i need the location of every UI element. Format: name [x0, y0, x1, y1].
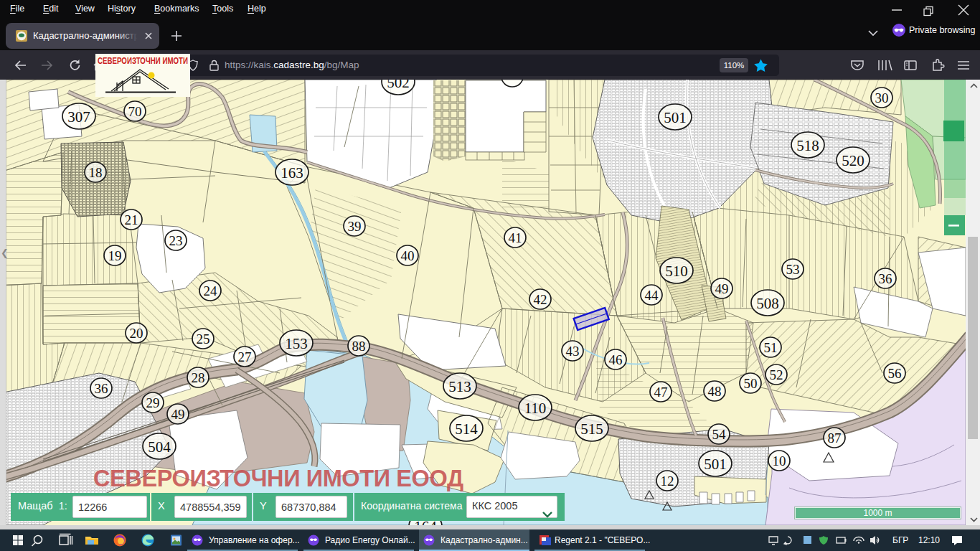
- svg-text:501: 501: [664, 109, 687, 126]
- svg-text:52: 52: [770, 367, 783, 382]
- svg-text:43: 43: [566, 344, 580, 359]
- svg-text:87: 87: [828, 430, 842, 446]
- svg-text:18: 18: [89, 165, 103, 180]
- svg-text:23: 23: [169, 233, 183, 248]
- svg-text:30: 30: [875, 90, 889, 105]
- svg-text:25: 25: [197, 331, 210, 347]
- svg-text:24: 24: [204, 283, 218, 298]
- svg-text:46: 46: [609, 352, 623, 367]
- svg-text:53: 53: [786, 262, 800, 277]
- svg-text:54: 54: [712, 427, 727, 442]
- svg-text:СЕВЕРОИЗТОЧНИ ИМОТИ: СЕВЕРОИЗТОЧНИ ИМОТИ: [98, 55, 188, 66]
- svg-text:39: 39: [348, 219, 362, 234]
- svg-text:42: 42: [534, 292, 547, 307]
- svg-text:49: 49: [171, 407, 185, 422]
- svg-text:70: 70: [128, 104, 142, 119]
- svg-text:12: 12: [661, 474, 674, 489]
- svg-text:56: 56: [888, 366, 902, 381]
- svg-text:153: 153: [285, 335, 308, 352]
- svg-text:49: 49: [715, 281, 729, 296]
- svg-text:28: 28: [192, 370, 205, 385]
- svg-text:51: 51: [764, 340, 778, 355]
- svg-text:515: 515: [580, 420, 603, 438]
- svg-text:514: 514: [455, 420, 478, 438]
- svg-text:21: 21: [125, 212, 138, 227]
- svg-text:163: 163: [281, 164, 303, 182]
- svg-text:110: 110: [524, 400, 547, 417]
- svg-text:47: 47: [654, 385, 668, 400]
- svg-text:307: 307: [67, 108, 90, 126]
- svg-text:20: 20: [130, 326, 143, 341]
- svg-text:501: 501: [704, 456, 727, 473]
- svg-text:36: 36: [879, 271, 892, 286]
- svg-text:50: 50: [744, 376, 758, 391]
- svg-text:44: 44: [645, 288, 659, 303]
- svg-text:41: 41: [509, 230, 522, 245]
- svg-text:19: 19: [108, 248, 122, 263]
- svg-text:88: 88: [352, 339, 366, 354]
- svg-text:48: 48: [708, 384, 722, 399]
- svg-text:520: 520: [842, 152, 864, 169]
- svg-text:513: 513: [448, 378, 471, 395]
- svg-text:36: 36: [95, 381, 108, 396]
- svg-text:508: 508: [756, 295, 779, 312]
- svg-text:27: 27: [238, 349, 252, 364]
- svg-text:40: 40: [401, 248, 415, 263]
- svg-text:510: 510: [665, 263, 688, 280]
- svg-text:10: 10: [773, 453, 786, 468]
- svg-text:29: 29: [146, 395, 160, 410]
- svg-text:502: 502: [387, 80, 410, 91]
- svg-text:504: 504: [148, 438, 171, 456]
- svg-text:518: 518: [796, 137, 819, 154]
